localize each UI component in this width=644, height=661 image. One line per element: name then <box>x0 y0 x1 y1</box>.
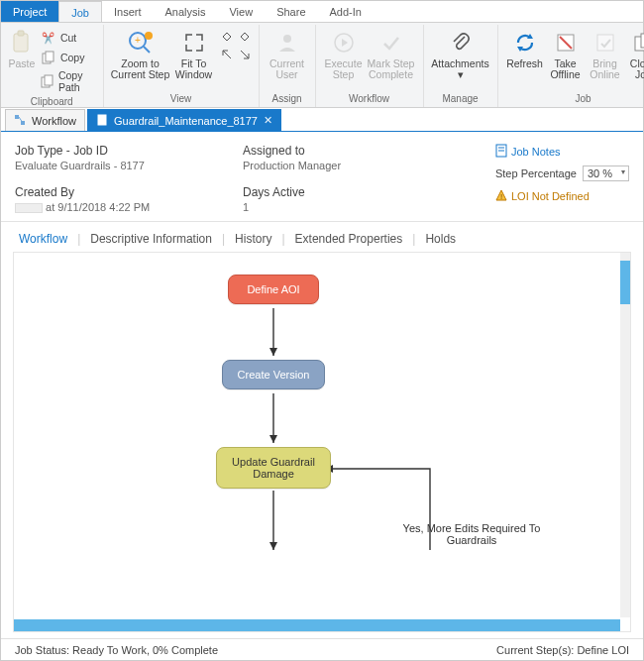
scissors-icon: ✂️ <box>41 30 56 46</box>
manage-caption: Manage <box>442 91 478 107</box>
arrow-se-icon[interactable] <box>237 47 253 62</box>
tab-addin[interactable]: Add-In <box>318 1 374 22</box>
job-notes-link[interactable]: Job Notes <box>495 144 629 160</box>
node-define-aoi[interactable]: Define AOI <box>228 275 319 304</box>
job-info-panel: Job Type - Job ID Evaluate Guardrails - … <box>1 132 643 222</box>
status-left: Job Status: Ready To Work, 0% Complete <box>15 644 218 656</box>
svg-text:!: ! <box>500 192 502 201</box>
clipboard-icon <box>8 29 36 56</box>
mark-complete-button[interactable]: Mark Step Complete <box>366 27 417 80</box>
ribbon-group-manage: Attachments▾ Manage <box>424 25 498 107</box>
zoom-step-label: Zoom to Current Step <box>110 58 171 80</box>
node-create-version[interactable]: Create Version <box>222 360 325 389</box>
svg-line-7 <box>144 47 150 53</box>
cut-button[interactable]: ✂️Cut <box>37 29 97 47</box>
refresh-button[interactable]: Refresh <box>504 27 546 69</box>
current-user-button[interactable]: Current User <box>266 27 309 80</box>
clone-job-label: Clone Job <box>625 58 644 80</box>
svg-rect-23 <box>98 115 106 125</box>
detail-subtabs: Workflow| Descriptive Information| Histo… <box>1 222 643 252</box>
paste-button[interactable]: Paste <box>7 27 37 69</box>
execute-step-button[interactable]: Execute Step <box>322 27 366 80</box>
online-icon <box>591 29 619 56</box>
paste-label: Paste <box>9 58 36 69</box>
execute-step-label: Execute Step <box>322 58 366 80</box>
attachments-label: Attachments▾ <box>431 58 488 80</box>
paperclip-icon <box>447 29 475 56</box>
assignedto-value: Production Manager <box>243 160 411 171</box>
svg-rect-19 <box>641 34 644 48</box>
horizontal-scrollbar[interactable] <box>14 619 620 631</box>
take-offline-button[interactable]: Take Offline <box>546 27 586 80</box>
tab-insert[interactable]: Insert <box>102 1 154 22</box>
createdby-value: at 9/11/2018 4:22 PM <box>15 201 243 213</box>
check-icon <box>377 29 405 56</box>
offline-icon <box>552 29 580 56</box>
tab-job[interactable]: Job <box>58 1 102 22</box>
tab-project[interactable]: Project <box>1 1 58 22</box>
svg-rect-1 <box>18 31 24 36</box>
subtab-workflow[interactable]: Workflow <box>15 232 71 246</box>
svg-point-10 <box>283 35 291 43</box>
subtab-descriptive[interactable]: Descriptive Information <box>86 232 216 246</box>
copy-button[interactable]: Copy <box>37 49 97 66</box>
workflow-tab-icon <box>14 114 26 128</box>
zoom-current-step-button[interactable]: + Zoom to Current Step <box>110 27 171 80</box>
fit-window-label: Fit To Window <box>171 58 217 80</box>
tab-analysis[interactable]: Analysis <box>154 1 218 22</box>
vertical-scroll-thumb[interactable] <box>620 261 630 304</box>
ribbon-group-workflow: Execute Step Mark Step Complete Workflow <box>316 25 424 107</box>
loi-warning-text: LOI Not Defined <box>511 190 590 202</box>
workflow-canvas[interactable]: Define AOI Create Version Update Guardra… <box>13 252 631 632</box>
expand-out-icon[interactable] <box>219 29 235 45</box>
play-icon <box>330 29 358 56</box>
clone-icon <box>630 29 644 56</box>
node-update-damage[interactable]: Update Guardrail Damage <box>216 447 331 489</box>
ribbon-group-clipboard: Paste ✂️Cut Copy Copy Path Clipboard <box>1 25 104 107</box>
mark-complete-label: Mark Step Complete <box>366 58 417 80</box>
step-pct-dropdown[interactable]: 30 % <box>583 165 629 181</box>
notes-icon <box>495 144 507 160</box>
doctab-workflow[interactable]: Workflow <box>5 109 85 131</box>
assign-caption: Assign <box>272 91 302 107</box>
subtab-history[interactable]: History <box>231 232 275 246</box>
svg-text:+: + <box>135 35 141 46</box>
doctab-file[interactable]: Guardrail_Maintenance_8177 ✕ <box>87 109 281 131</box>
document-tabstrip: Workflow Guardrail_Maintenance_8177 ✕ <box>1 108 643 132</box>
user-icon <box>273 29 301 56</box>
file-tab-icon <box>96 114 108 128</box>
cut-label: Cut <box>60 32 76 44</box>
copy-label: Copy <box>60 52 85 63</box>
status-right: Current Step(s): Define LOI <box>496 644 629 656</box>
tab-share[interactable]: Share <box>265 1 317 22</box>
vertical-scrollbar[interactable] <box>620 253 630 617</box>
subtab-extended[interactable]: Extended Properties <box>291 232 407 246</box>
assignedto-label: Assigned to <box>243 144 411 158</box>
view-mini-buttons <box>219 27 253 62</box>
subtab-holds[interactable]: Holds <box>421 232 460 246</box>
workflow-caption: Workflow <box>349 91 389 107</box>
svg-marker-12 <box>342 39 348 47</box>
collapse-in-icon[interactable] <box>237 29 253 45</box>
createdby-label: Created By <box>15 185 243 199</box>
close-tab-icon[interactable]: ✕ <box>264 114 272 127</box>
copy-path-button[interactable]: Copy Path <box>37 68 97 94</box>
status-bar: Job Status: Ready To Work, 0% Complete C… <box>1 638 643 660</box>
menu-tabstrip: Project Job Insert Analysis View Share A… <box>1 1 643 23</box>
attachments-button[interactable]: Attachments▾ <box>430 27 491 80</box>
clone-job-button[interactable]: Clone Job <box>625 27 644 80</box>
fit-window-icon <box>180 29 208 56</box>
current-user-label: Current User <box>266 58 309 80</box>
step-pct-label: Step Percentage <box>495 167 577 179</box>
bring-online-button[interactable]: Bring Online <box>586 27 625 80</box>
daysactive-value: 1 <box>243 201 411 213</box>
edge-label-more-edits: Yes, More Edits Required To Guardrails <box>373 522 571 546</box>
loi-warning: ! LOI Not Defined <box>495 189 629 203</box>
svg-rect-0 <box>14 34 28 52</box>
zoom-step-icon: + <box>127 29 155 56</box>
view-caption: View <box>170 91 192 107</box>
arrow-nw-icon[interactable] <box>219 47 235 62</box>
jobtype-label: Job Type - Job ID <box>15 144 243 158</box>
fit-window-button[interactable]: Fit To Window <box>171 27 217 80</box>
tab-view[interactable]: View <box>217 1 265 22</box>
